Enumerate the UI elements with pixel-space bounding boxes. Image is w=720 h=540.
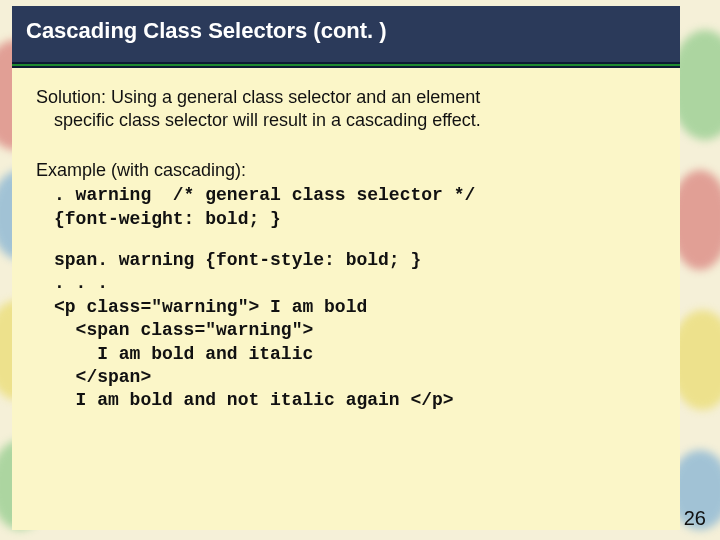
slide-title: Cascading Class Selectors (cont. ) — [12, 6, 680, 62]
code-line-span-rule: span. warning {font-style: bold; } — [36, 249, 656, 272]
page-number: 26 — [684, 507, 706, 530]
code-line-p-close: I am bold and not italic again </p> — [36, 389, 656, 412]
solution-text-line1: Solution: Using a general class selector… — [36, 86, 656, 109]
solution-text-line2: specific class selector will result in a… — [36, 109, 656, 132]
code-line-p-open: <p class="warning"> I am bold — [36, 296, 656, 319]
code-block-general-selector-line2: {font-weight: bold; } — [36, 208, 656, 231]
slide-container: Cascading Class Selectors (cont. ) Solut… — [12, 6, 680, 530]
code-line-ellipsis: . . . — [36, 272, 656, 295]
example-label: Example (with cascading): — [36, 159, 656, 182]
solution-paragraph: Solution: Using a general class selector… — [36, 86, 656, 133]
code-line-span-close: </span> — [36, 366, 656, 389]
code-block-cascading: span. warning {font-style: bold; } . . .… — [36, 249, 656, 413]
code-line-span-content: I am bold and italic — [36, 343, 656, 366]
code-block-general-selector-line1: . warning /* general class selector */ — [36, 184, 656, 207]
slide-content: Solution: Using a general class selector… — [12, 68, 680, 530]
code-line-span-open: <span class="warning"> — [36, 319, 656, 342]
